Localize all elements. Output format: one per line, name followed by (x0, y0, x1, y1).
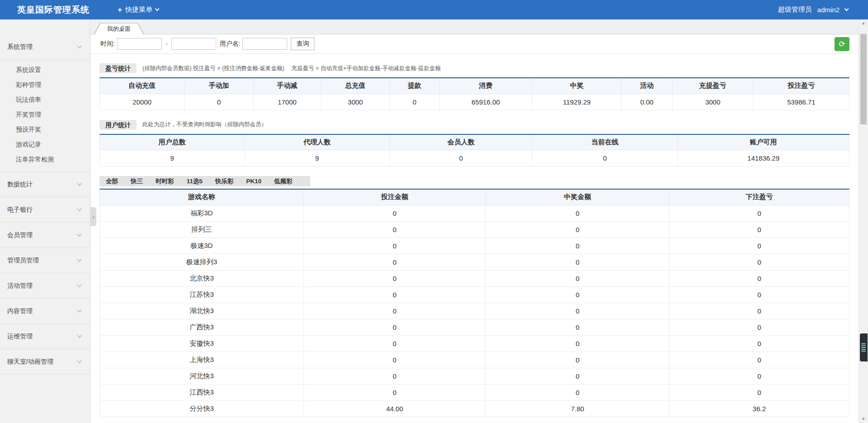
dashboard-content: 盈亏统计 (排除内部会员数据) 投注盈亏 = (投注消费金额-返奖金额) 充提盈… (90, 63, 859, 417)
query-button[interactable]: 查询 (291, 38, 314, 50)
game-tab[interactable]: 全部 (100, 176, 124, 186)
time-end-input[interactable] (171, 38, 216, 50)
game-tab[interactable]: 快三 (124, 176, 149, 186)
cell: 0 (486, 254, 669, 270)
cell: 江苏快3 (100, 286, 304, 303)
sidebar-item[interactable]: 系统设置 (0, 62, 90, 77)
user-menu[interactable]: 超级管理员 admin2 (778, 5, 848, 14)
column-header: 账户可用 (678, 134, 849, 150)
cell: 0 (486, 238, 669, 254)
table-row: 北京快3000 (100, 270, 849, 286)
scrollbar-thumb[interactable] (860, 34, 867, 124)
table-row: 江苏快3000 (100, 286, 849, 303)
refresh-icon: ⟳ (839, 40, 845, 48)
cell: 0 (486, 384, 669, 400)
column-header: 中奖 (532, 78, 621, 94)
sidebar-collapse-handle[interactable]: ‹ (90, 207, 96, 226)
cell: 0 (486, 270, 669, 286)
game-tab[interactable]: 低频彩 (268, 176, 299, 186)
cell: 0 (486, 286, 669, 303)
cell: 0 (304, 384, 486, 400)
vertical-scrollbar[interactable]: ▲ ▼ (859, 19, 868, 423)
sidebar-section: 聊天室/动画管理 (0, 349, 90, 375)
cell: 36.2 (669, 400, 849, 417)
header-row: 自动充值手动加手动减总充值提款消费中奖活动充提盈亏投注盈亏 (100, 78, 849, 94)
range-separator: - (166, 40, 168, 48)
sidebar-section: 内容管理 (0, 299, 90, 324)
cell: 江西快3 (100, 384, 304, 400)
cell: 0 (304, 303, 486, 319)
scroll-up-arrow-icon[interactable]: ▲ (859, 19, 868, 27)
refresh-button[interactable]: ⟳ (835, 37, 849, 51)
sidebar-item[interactable]: 注单异常检测 (0, 152, 90, 167)
cell: 0 (304, 254, 486, 270)
sidebar-section-label: 聊天室/动画管理 (7, 358, 78, 366)
cell: 0 (669, 335, 849, 352)
cell: 0 (304, 352, 486, 368)
scroll-down-arrow-icon[interactable]: ▼ (859, 415, 868, 423)
sidebar-section-toggle[interactable]: 系统管理 (0, 34, 90, 60)
cell: 0 (669, 352, 849, 368)
sidebar-submenu: 系统设置彩种管理玩法倍率开奖管理预设开奖游戏记录注单异常检测 (0, 60, 90, 172)
chevron-down-icon (77, 333, 82, 338)
sidebar-section-toggle[interactable]: 管理员管理 (0, 248, 90, 273)
filter-bar: 时间: - 用户名: 查询 ⟳ (90, 34, 859, 54)
sidebar-item[interactable]: 彩种管理 (0, 77, 90, 92)
sidebar-section-toggle[interactable]: 会员管理 (0, 223, 90, 248)
cell: 0.00 (621, 94, 673, 110)
tab-bar: 我的桌面 (90, 19, 859, 34)
game-tab[interactable]: 11选5 (180, 176, 209, 186)
cell: 上海快3 (100, 352, 304, 368)
table-row: 200000170003000065916.0011929.290.003000… (100, 94, 849, 110)
column-header: 消费 (439, 78, 532, 94)
column-header: 活动 (621, 78, 673, 94)
cell: 0 (486, 205, 669, 221)
game-tab[interactable]: PK10 (240, 176, 268, 186)
cell: 安徽快3 (100, 335, 304, 352)
sidebar-section-label: 内容管理 (7, 307, 78, 315)
cell: 极速排列3 (100, 254, 304, 270)
profit-section-header: 盈亏统计 (排除内部会员数据) 投注盈亏 = (投注消费金额-返奖金额) 充提盈… (100, 63, 849, 73)
cell: 极速3D (100, 238, 304, 254)
widget-stripe (861, 347, 866, 348)
sidebar-section-toggle[interactable]: 电子银行 (0, 197, 90, 223)
sidebar-item[interactable]: 开奖管理 (0, 107, 90, 122)
cell: 0 (390, 150, 532, 166)
sidebar-section: 数据统计 (0, 172, 90, 197)
table-row: 福彩3D000 (100, 205, 849, 221)
quick-menu-label: 快捷菜单 (125, 5, 152, 14)
app-title: 英皇国际管理系统 (17, 4, 90, 16)
quick-menu-button[interactable]: + 快捷菜单 (118, 5, 159, 14)
cell: 0 (304, 270, 486, 286)
game-tab[interactable]: 快乐彩 (209, 176, 240, 186)
sidebar-section-toggle[interactable]: 内容管理 (0, 299, 90, 324)
column-header: 手动减 (253, 78, 321, 94)
cell: 0 (486, 368, 669, 384)
sidebar-section-toggle[interactable]: 活动管理 (0, 273, 90, 299)
main-panel: 我的桌面 时间: - 用户名: 查询 ⟳ 盈亏统计 (排除内部会员数据) 投注盈… (90, 19, 859, 423)
cell: 0 (304, 205, 486, 221)
table-row: 安徽快3000 (100, 335, 849, 352)
table-row: 湖北快3000 (100, 303, 849, 319)
sidebar-section: 活动管理 (0, 273, 90, 299)
sidebar-item[interactable]: 玩法倍率 (0, 92, 90, 107)
tab-my-desktop[interactable]: 我的桌面 (94, 23, 144, 34)
username-input[interactable] (242, 38, 287, 50)
profit-stats-table: 自动充值手动加手动减总充值提款消费中奖活动充提盈亏投注盈亏20000017000… (100, 77, 849, 110)
cell: 0 (304, 221, 486, 238)
game-tab[interactable]: 时时彩 (149, 176, 180, 186)
time-start-input[interactable] (117, 38, 162, 50)
sidebar-item[interactable]: 预设开奖 (0, 122, 90, 137)
cell: 0 (669, 368, 849, 384)
column-header: 会员人数 (390, 134, 532, 150)
chevron-down-icon (77, 257, 82, 262)
sidebar-section-toggle[interactable]: 聊天室/动画管理 (0, 349, 90, 375)
table-row: 上海快3000 (100, 352, 849, 368)
floating-widget[interactable] (860, 333, 868, 361)
game-category-tabs: 全部快三时时彩11选5快乐彩PK10低频彩 (100, 176, 310, 186)
sidebar-section-toggle[interactable]: 数据统计 (0, 172, 90, 197)
widget-stripe (861, 349, 866, 350)
chevron-down-icon (844, 7, 849, 11)
sidebar-item[interactable]: 游戏记录 (0, 137, 90, 152)
sidebar-section-toggle[interactable]: 运维管理 (0, 324, 90, 349)
